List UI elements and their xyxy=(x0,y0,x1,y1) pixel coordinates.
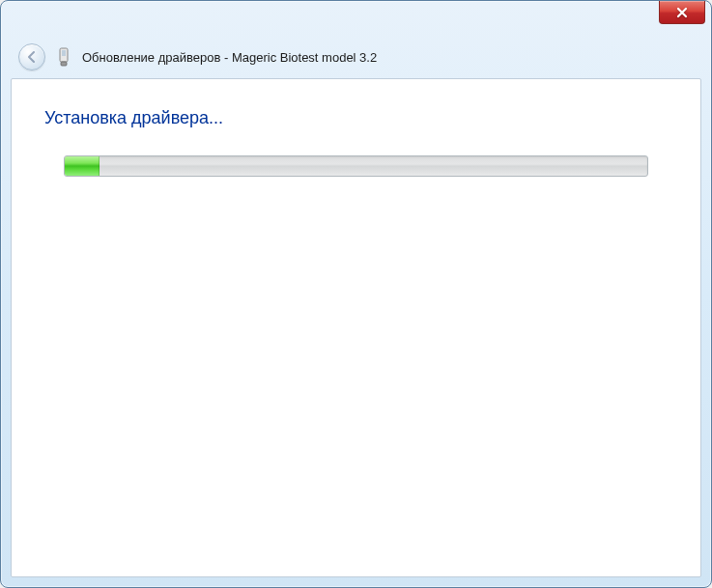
svg-rect-1 xyxy=(62,50,66,56)
back-button[interactable] xyxy=(18,43,45,70)
header-row: Обновление драйверов - Mageric Biotest m… xyxy=(1,40,711,82)
close-button[interactable] xyxy=(659,1,705,24)
page-heading: Установка драйвера... xyxy=(44,108,668,128)
content-pane: Установка драйвера... xyxy=(11,78,701,577)
window-title: Обновление драйверов - Mageric Biotest m… xyxy=(82,50,377,65)
progress-fill xyxy=(65,156,100,176)
progress-bar xyxy=(64,155,648,177)
dialog-window: Обновление драйверов - Mageric Biotest m… xyxy=(0,0,712,588)
titlebar xyxy=(1,1,711,40)
close-icon xyxy=(676,7,688,18)
device-icon xyxy=(55,46,72,68)
back-arrow-icon xyxy=(25,50,39,64)
svg-rect-2 xyxy=(61,62,67,66)
